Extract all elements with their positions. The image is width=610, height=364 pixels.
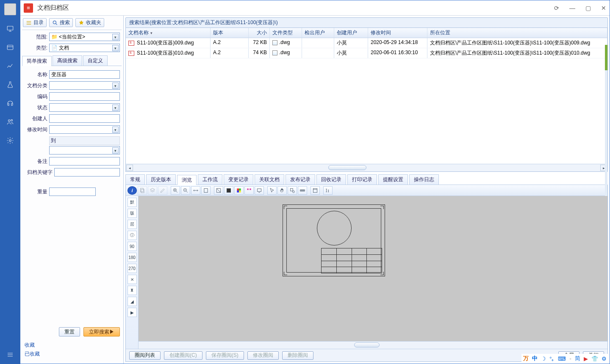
canvas-horizontal-scrollbar[interactable]: [139, 341, 607, 349]
close-button[interactable]: ✕: [601, 5, 606, 11]
col-creator[interactable]: 创建用户: [334, 28, 368, 38]
sidetool-4[interactable]: 90: [128, 242, 137, 251]
markup-delete-button[interactable]: 删除圈阅: [282, 351, 313, 360]
dtab-print[interactable]: 打印记录: [347, 174, 377, 185]
dtab-workflow[interactable]: 工作流: [198, 174, 222, 185]
sidetool-7[interactable]: ✕: [128, 275, 137, 284]
tray-ime-icon[interactable]: 万: [523, 355, 529, 362]
preview-canvas[interactable]: [139, 196, 607, 341]
color-icon[interactable]: [234, 186, 244, 195]
refresh-button[interactable]: ⟳: [554, 5, 559, 11]
measure-icon[interactable]: [323, 186, 333, 195]
col-checkout-user[interactable]: 检出用户: [302, 28, 334, 38]
tray-keyboard-icon[interactable]: ⌨: [558, 356, 566, 362]
grid-horizontal-scrollbar[interactable]: ◂ ▸: [126, 164, 607, 171]
reset-button[interactable]: 重置: [59, 327, 80, 336]
tray-simplified-icon[interactable]: 简: [575, 355, 580, 362]
status-select[interactable]: ▾: [49, 103, 120, 112]
edit-icon[interactable]: [158, 186, 167, 195]
dtab-changelog[interactable]: 变更记录: [224, 174, 253, 185]
scrollbar-thumb[interactable]: [605, 45, 607, 70]
search-now-button[interactable]: 立即搜索▶: [83, 327, 120, 336]
archivekey-input[interactable]: [54, 168, 120, 176]
tab-favorites[interactable]: 收藏夹: [75, 18, 104, 27]
markup-edit-button[interactable]: 修改圈阅: [247, 351, 279, 360]
tab-search[interactable]: 搜索: [49, 18, 73, 27]
col-location[interactable]: 所在位置: [427, 28, 607, 38]
sidetool-2[interactable]: 层: [128, 220, 137, 229]
markup-create-button[interactable]: 创建圈阅(C): [164, 351, 202, 360]
tray-lang-icon[interactable]: 中: [532, 355, 538, 362]
copy-icon[interactable]: [138, 186, 147, 195]
scrollbar-thumb[interactable]: [354, 342, 380, 347]
rail-monitor-icon[interactable]: [5, 24, 15, 34]
dtab-remind[interactable]: 提醒设置: [378, 174, 408, 185]
sidetool-9[interactable]: ◢: [128, 297, 137, 306]
markup-save-button[interactable]: 保存圈阅(S): [206, 351, 244, 360]
scroll-left-icon[interactable]: ◂: [126, 165, 133, 171]
favorited-link[interactable]: 已收藏: [25, 350, 119, 358]
table-row[interactable]: S11-100(变压器)009.dwgA.272 KB.dwg小莫2020-05…: [126, 38, 607, 48]
code-input[interactable]: [49, 92, 120, 101]
scope-select[interactable]: 📁<当前位置>▾: [49, 33, 120, 41]
zoom-in-icon[interactable]: [171, 186, 180, 195]
remark-input[interactable]: [49, 157, 120, 165]
tray-moon-icon[interactable]: ☽: [541, 356, 546, 362]
tray-person-icon[interactable]: ◦: [569, 356, 571, 362]
minimize-button[interactable]: —: [569, 5, 575, 11]
sidetool-10[interactable]: ▶: [128, 308, 137, 317]
rail-chart-icon[interactable]: [5, 61, 15, 71]
info-icon[interactable]: i: [128, 186, 137, 195]
sidetool-6[interactable]: 270: [128, 264, 137, 273]
tray-settings-icon[interactable]: ⚙: [602, 356, 607, 362]
fit-page-icon[interactable]: [201, 186, 211, 195]
user-avatar[interactable]: [4, 3, 16, 15]
dtab-recycle[interactable]: 回收记录: [316, 174, 346, 185]
hand-icon[interactable]: [277, 186, 287, 195]
dtab-publish[interactable]: 发布记录: [286, 174, 315, 185]
name-input[interactable]: [49, 70, 120, 79]
weight-input[interactable]: [49, 188, 96, 196]
grid-icon[interactable]: [244, 186, 254, 195]
rail-card-icon[interactable]: [5, 42, 15, 52]
subtab-simple[interactable]: 简单搜索: [22, 56, 52, 66]
window-icon[interactable]: [311, 186, 320, 195]
sidetool-1[interactable]: 版: [128, 209, 137, 218]
col-version[interactable]: 版本: [211, 28, 249, 38]
contrast-icon[interactable]: [214, 186, 223, 195]
sidetool-0[interactable]: 默: [128, 198, 137, 207]
tray-punct-icon[interactable]: °｡: [549, 356, 555, 362]
favorite-link[interactable]: 收藏: [25, 342, 119, 349]
subtab-custom[interactable]: 自定义: [83, 55, 108, 66]
tab-catalog[interactable]: 目录: [23, 18, 47, 27]
rail-flask-icon[interactable]: [5, 80, 15, 90]
col-size[interactable]: 大小: [249, 28, 270, 38]
pointer-icon[interactable]: [267, 186, 277, 195]
tray-record-icon[interactable]: ▶: [584, 356, 588, 362]
scrollbar-thumb[interactable]: [328, 165, 366, 170]
invert-icon[interactable]: [224, 186, 233, 195]
creator-input[interactable]: [49, 114, 120, 123]
fit-width-icon[interactable]: [191, 186, 200, 195]
zoom-out-icon[interactable]: [181, 186, 190, 195]
zoom-region-icon[interactable]: [288, 186, 297, 195]
maximize-button[interactable]: ▢: [585, 5, 591, 11]
subtab-advanced[interactable]: 高级搜索: [53, 55, 82, 66]
table-row[interactable]: S11-100(变压器)010.dwgA.274 KB.dwg小莫2020-06…: [126, 48, 607, 58]
docclass-select[interactable]: ▾: [49, 81, 120, 90]
mtime-from-select[interactable]: ▾: [49, 125, 120, 134]
monitor-icon[interactable]: [255, 186, 264, 195]
type-select[interactable]: 📄文档▾: [49, 44, 120, 52]
dtab-oplog[interactable]: 操作日志: [409, 174, 439, 185]
rail-users-icon[interactable]: [5, 117, 15, 127]
sidetool-3[interactable]: ⓘ: [128, 231, 137, 240]
col-filetype[interactable]: 文件类型: [270, 28, 302, 38]
ruler-icon[interactable]: [298, 186, 307, 195]
layers-icon[interactable]: [148, 186, 157, 195]
tray-skin-icon[interactable]: 👕: [591, 356, 598, 362]
dtab-history[interactable]: 历史版本: [146, 174, 176, 185]
rail-headset-icon[interactable]: [5, 98, 15, 108]
sidetool-5[interactable]: 180: [128, 253, 137, 262]
markup-list-button[interactable]: 圈阅列表: [129, 351, 161, 360]
dtab-preview[interactable]: 浏览: [177, 175, 197, 185]
